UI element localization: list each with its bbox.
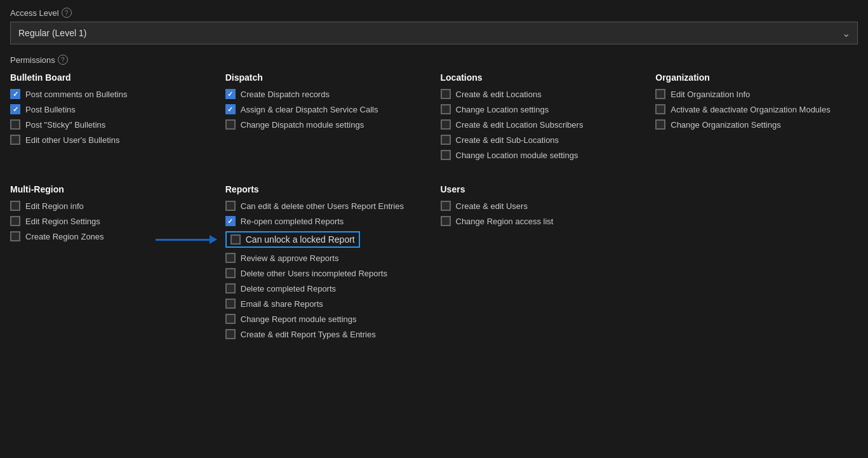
annotation-arrow <box>156 235 217 244</box>
access-level-select-wrapper: Regular (Level 1) Admin (Level 2) Super … <box>10 22 858 44</box>
perm-r7-checkbox[interactable] <box>225 299 236 309</box>
permissions-text: Permissions <box>10 55 55 65</box>
perm-u2-checkbox[interactable] <box>441 216 451 226</box>
perm-r9-label: Create & edit Report Types & Entries <box>241 330 376 339</box>
perm-l2-checkbox[interactable] <box>441 104 451 114</box>
perm-bb3-checkbox[interactable] <box>10 119 20 130</box>
perm-l4-label: Create & edit Sub-Locations <box>456 135 559 145</box>
reports-group: Reports Can edit & delete other Users Re… <box>225 184 428 344</box>
perm-r5: Delete other Users incompleted Reports <box>225 268 428 278</box>
users-group: Users Create & edit Users Change Region … <box>441 184 643 344</box>
perm-d1-label: Create Dispatch records <box>241 90 330 99</box>
perm-o3: Change Organization Settings <box>655 119 858 130</box>
perm-o1-label: Edit Organization Info <box>671 90 750 99</box>
perm-bb4: Edit other User's Bulletins <box>10 135 213 145</box>
perm-bb1: Post comments on Bulletins <box>10 89 213 99</box>
perm-r2-checkbox[interactable] <box>225 216 236 226</box>
perm-r1: Can edit & delete other Users Report Ent… <box>225 201 428 211</box>
perm-d3: Change Dispatch module settings <box>225 119 428 130</box>
perm-mr3-label: Create Region Zones <box>25 232 104 241</box>
perm-u2: Change Region access list <box>441 216 643 226</box>
perm-o2: Activate & deactivate Organization Modul… <box>655 104 858 114</box>
perm-d2-label: Assign & clear Dispatch Service Calls <box>241 105 378 114</box>
perm-bb3-label: Post "Sticky" Bulletins <box>25 120 105 130</box>
perm-mr3-checkbox[interactable] <box>10 231 20 241</box>
perm-l1-label: Create & edit Locations <box>456 90 542 99</box>
perm-l3-checkbox[interactable] <box>441 119 451 130</box>
perm-mr1-checkbox[interactable] <box>10 201 20 211</box>
locations-group: Locations Create & edit Locations Change… <box>441 72 643 165</box>
perm-r8-label: Change Report module settings <box>241 314 357 324</box>
arrow-line <box>156 239 210 241</box>
perm-r7: Email & share Reports <box>225 299 428 309</box>
perm-l4: Create & edit Sub-Locations <box>441 135 643 145</box>
organization-group: Organization Edit Organization Info Acti… <box>655 72 858 165</box>
perm-bb4-checkbox[interactable] <box>10 135 20 145</box>
dispatch-group: Dispatch Create Dispatch records Assign … <box>225 72 428 165</box>
perm-l4-checkbox[interactable] <box>441 135 451 145</box>
permissions-section: Permissions ? Bulletin Board Post commen… <box>10 55 858 357</box>
perm-r5-checkbox[interactable] <box>225 268 236 278</box>
permissions-top-grid: Bulletin Board Post comments on Bulletin… <box>10 72 858 178</box>
perm-bb3: Post "Sticky" Bulletins <box>10 119 213 130</box>
perm-r2-label: Re-open completed Reports <box>241 217 344 226</box>
locations-title: Locations <box>441 72 643 83</box>
bulletin-board-group: Bulletin Board Post comments on Bulletin… <box>10 72 213 165</box>
perm-u1: Create & edit Users <box>441 201 643 211</box>
perm-r4-label: Review & approve Reports <box>241 253 339 263</box>
perm-o1: Edit Organization Info <box>655 89 858 99</box>
multi-region-group: Multi-Region Edit Region info Edit Regio… <box>10 184 213 344</box>
perm-bb2-checkbox[interactable] <box>10 104 20 114</box>
access-level-help-icon[interactable]: ? <box>62 8 72 18</box>
perm-bb1-label: Post comments on Bulletins <box>25 90 127 99</box>
perm-d1-checkbox[interactable] <box>225 89 236 99</box>
perm-r3-highlighted: Can unlock a locked Report <box>225 231 360 248</box>
perm-d2: Assign & clear Dispatch Service Calls <box>225 104 428 114</box>
access-level-label: Access Level ? <box>10 8 858 18</box>
perm-o3-label: Change Organization Settings <box>671 120 780 130</box>
perm-l3-label: Create & edit Location Subscribers <box>456 120 584 130</box>
permissions-help-icon[interactable]: ? <box>58 55 68 65</box>
perm-r8: Change Report module settings <box>225 314 428 324</box>
perm-bb2-label: Post Bulletins <box>25 105 76 114</box>
perm-mr1-label: Edit Region info <box>25 201 84 211</box>
perm-r6-checkbox[interactable] <box>225 283 236 293</box>
empty-col-4 <box>655 184 858 357</box>
perm-r7-label: Email & share Reports <box>241 299 323 309</box>
perm-r9-checkbox[interactable] <box>225 329 236 339</box>
perm-mr2-checkbox[interactable] <box>10 216 20 226</box>
perm-bb4-label: Edit other User's Bulletins <box>25 135 119 145</box>
perm-o3-checkbox[interactable] <box>655 119 665 130</box>
perm-r4-checkbox[interactable] <box>225 253 236 263</box>
perm-r3-label: Can unlock a locked Report <box>246 234 355 245</box>
perm-r3-wrapper: Can unlock a locked Report <box>225 231 428 248</box>
organization-title: Organization <box>655 72 858 83</box>
perm-o1-checkbox[interactable] <box>655 89 665 99</box>
perm-r8-checkbox[interactable] <box>225 314 236 324</box>
perm-d2-checkbox[interactable] <box>225 104 236 114</box>
perm-r1-label: Can edit & delete other Users Report Ent… <box>241 201 404 211</box>
access-level-select[interactable]: Regular (Level 1) Admin (Level 2) Super … <box>10 22 858 44</box>
perm-bb1-checkbox[interactable] <box>10 89 20 99</box>
perm-r3-checkbox[interactable] <box>230 234 241 245</box>
perm-u2-label: Change Region access list <box>456 217 554 226</box>
perm-bb2: Post Bulletins <box>10 104 213 114</box>
multi-region-title: Multi-Region <box>10 184 213 194</box>
arrow-head-icon <box>210 235 217 244</box>
users-title: Users <box>441 184 643 194</box>
perm-l3: Create & edit Location Subscribers <box>441 119 643 130</box>
perm-d1: Create Dispatch records <box>225 89 428 99</box>
access-level-section: Access Level ? Regular (Level 1) Admin (… <box>10 8 858 44</box>
perm-o2-checkbox[interactable] <box>655 104 665 114</box>
perm-r9: Create & edit Report Types & Entries <box>225 329 428 339</box>
perm-l5-label: Change Location module settings <box>456 151 578 160</box>
perm-l2: Change Location settings <box>441 104 643 114</box>
perm-r4: Review & approve Reports <box>225 253 428 263</box>
perm-l5-checkbox[interactable] <box>441 150 451 160</box>
perm-r1-checkbox[interactable] <box>225 201 236 211</box>
perm-u1-checkbox[interactable] <box>441 201 451 211</box>
perm-l1-checkbox[interactable] <box>441 89 451 99</box>
perm-l5: Change Location module settings <box>441 150 643 160</box>
perm-d3-checkbox[interactable] <box>225 119 236 130</box>
permissions-label: Permissions ? <box>10 55 858 65</box>
